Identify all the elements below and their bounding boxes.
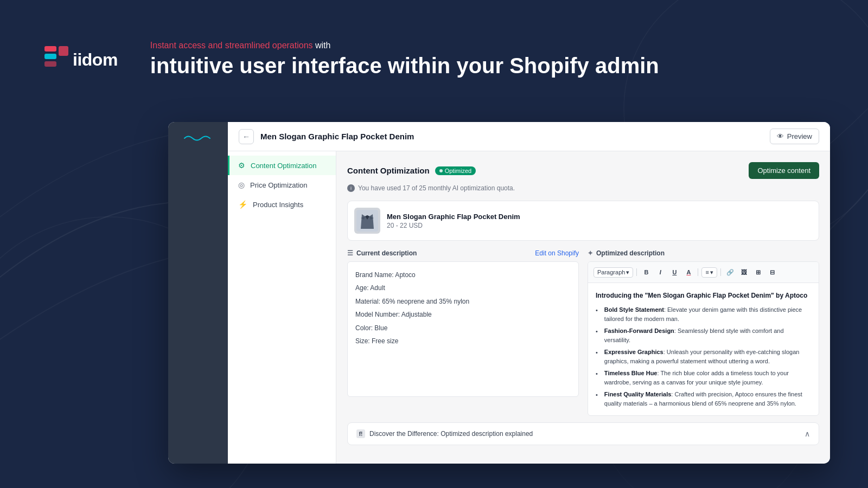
optimized-product-intro: Introducing the "Men Slogan Graphic Flap… xyxy=(596,291,811,301)
bullet-content-2: Fashion-Forward Design: Seamlessly blend… xyxy=(604,326,811,344)
optimized-description-column: ✦ Optimized description Paragraph ▾ xyxy=(588,249,819,416)
optimize-content-button[interactable]: Optimize content xyxy=(749,162,819,179)
info-icon: i xyxy=(347,184,355,192)
bullet-2: Fashion-Forward Design: Seamlessly blend… xyxy=(596,326,811,344)
table-button[interactable]: ⊞ xyxy=(752,266,764,278)
bullet-content-4: Timeless Blue Hue: The rich blue color a… xyxy=(604,369,811,387)
desc-line-3: Material: 65% neoprene and 35% nylon xyxy=(355,296,571,307)
optimized-icon: ✦ xyxy=(588,249,593,257)
bullet-5: Finest Quality Materials: Crafted with p… xyxy=(596,390,811,408)
headline-line2: intuitive user interface within your Sho… xyxy=(150,53,659,79)
status-badge: Optimized xyxy=(435,166,476,175)
content-icon: ⚙ xyxy=(238,161,245,170)
product-info: Men Slogan Graphic Flap Pocket Denim 20 … xyxy=(387,213,520,229)
accordion[interactable]: f! Discover the Difference: Optimized de… xyxy=(347,422,819,445)
align-chevron: ▾ xyxy=(710,269,713,276)
svg-rect-6 xyxy=(59,46,68,56)
right-panel: Content Optimization Optimized Optimize … xyxy=(336,151,830,464)
current-desc-label: ☰ Current description xyxy=(347,249,417,257)
headline-white: with xyxy=(313,41,331,50)
underline-button[interactable]: U xyxy=(668,266,680,278)
product-title: Men Slogan Graphic Flap Pocket Denim xyxy=(260,132,763,141)
back-button[interactable]: ← xyxy=(239,129,254,144)
desc-line-6: Size: Free size xyxy=(355,336,571,346)
bullet-3: Expressive Graphics: Unleash your person… xyxy=(596,348,811,365)
code-button[interactable]: ⊟ xyxy=(767,266,778,278)
desc-line-1: Brand Name: Aptoco xyxy=(355,269,571,280)
app-window: ← Men Slogan Graphic Flap Pocket Denim 👁… xyxy=(168,122,830,464)
desc-icon: ☰ xyxy=(347,249,353,257)
quota-notice: i You have used 17 of 25 monthly AI opti… xyxy=(347,184,819,192)
eye-icon: 👁 xyxy=(777,132,784,140)
top-bar: ← Men Slogan Graphic Flap Pocket Denim 👁… xyxy=(228,122,830,151)
product-name: Men Slogan Graphic Flap Pocket Denim xyxy=(387,213,520,221)
optimized-desc-label: ✦ Optimized description xyxy=(588,249,665,257)
panel-title: Content Optimization xyxy=(347,166,430,175)
preview-button[interactable]: 👁 Preview xyxy=(770,129,819,144)
edit-on-shopify-link[interactable]: Edit on Shopify xyxy=(535,249,579,257)
bullet-1: Bold Style Statement: Elevate your denim… xyxy=(596,305,811,323)
accordion-label: f! Discover the Difference: Optimized de… xyxy=(356,429,533,438)
current-description-box: Brand Name: Aptoco Age: Adult Material: … xyxy=(347,261,579,397)
color-button[interactable]: A xyxy=(682,266,694,278)
insights-icon: ⚡ xyxy=(238,200,247,209)
status-dot xyxy=(439,169,443,172)
main-content: ← Men Slogan Graphic Flap Pocket Denim 👁… xyxy=(228,122,830,464)
toolbar-separator-3 xyxy=(720,268,721,276)
product-image xyxy=(354,208,380,234)
sidebar xyxy=(168,122,228,464)
headline-accent: Instant access and streamlined operation… xyxy=(150,41,313,50)
link-button[interactable]: 🔗 xyxy=(724,266,736,278)
editor-toolbar: Paragraph ▾ B I U A ≡ xyxy=(588,262,819,283)
bold-button[interactable]: B xyxy=(640,266,652,278)
bullet-4: Timeless Blue Hue: The rich blue color a… xyxy=(596,369,811,387)
optimized-bullets: Bold Style Statement: Elevate your denim… xyxy=(596,305,811,408)
headline: Instant access and streamlined operation… xyxy=(150,41,659,79)
nav-item-price-optimization[interactable]: ◎ Price Optimization xyxy=(228,175,336,195)
toolbar-separator-2 xyxy=(698,268,698,276)
desc-line-4: Model Number: Adjustable xyxy=(355,309,571,320)
current-desc-header: ☰ Current description Edit on Shopify xyxy=(347,249,579,257)
nav-item-product-insights[interactable]: ⚡ Product Insights xyxy=(228,195,336,214)
content-wrapper: ⚙ Content Optimization ◎ Price Optimizat… xyxy=(228,151,830,464)
image-button[interactable]: 🖼 xyxy=(738,266,750,278)
logo-icon xyxy=(43,45,71,75)
logo-text: iidom xyxy=(73,50,118,70)
accordion-f-icon: f! xyxy=(356,429,365,438)
optimized-desc-header: ✦ Optimized description xyxy=(588,249,819,257)
italic-button[interactable]: I xyxy=(654,266,666,278)
toolbar-separator-1 xyxy=(636,268,637,276)
current-description-column: ☰ Current description Edit on Shopify Br… xyxy=(347,249,579,416)
svg-rect-3 xyxy=(44,46,56,52)
product-price: 20 - 22 USD xyxy=(387,222,520,229)
price-icon: ◎ xyxy=(238,181,245,189)
paragraph-dropdown[interactable]: Paragraph ▾ xyxy=(593,267,633,278)
desc-line-5: Color: Blue xyxy=(355,323,571,333)
optimized-description-box: Paragraph ▾ B I U A ≡ xyxy=(588,261,819,416)
product-card: Men Slogan Graphic Flap Pocket Denim 20 … xyxy=(347,201,819,241)
sidebar-wave xyxy=(182,133,214,146)
panel-title-group: Content Optimization Optimized xyxy=(347,166,476,175)
optimized-desc-content: Introducing the "Men Slogan Graphic Flap… xyxy=(588,283,819,415)
header: iidom Instant access and streamlined ope… xyxy=(0,0,868,119)
left-nav: ⚙ Content Optimization ◎ Price Optimizat… xyxy=(228,151,336,464)
align-dropdown[interactable]: ≡ ▾ xyxy=(701,267,717,278)
nav-item-content-optimization[interactable]: ⚙ Content Optimization xyxy=(228,156,336,175)
bullet-content-5: Finest Quality Materials: Crafted with p… xyxy=(604,390,811,408)
dropdown-chevron: ▾ xyxy=(626,269,629,276)
logo: iidom xyxy=(43,45,118,75)
description-columns: ☰ Current description Edit on Shopify Br… xyxy=(347,249,819,416)
accordion-chevron-up: ∧ xyxy=(805,429,810,438)
panel-header: Content Optimization Optimized Optimize … xyxy=(347,162,819,179)
bullet-content-1: Bold Style Statement: Elevate your denim… xyxy=(604,305,811,323)
desc-line-2: Age: Adult xyxy=(355,282,571,293)
svg-rect-5 xyxy=(44,61,56,67)
headline-line1: Instant access and streamlined operation… xyxy=(150,41,659,50)
bullet-content-3: Expressive Graphics: Unleash your person… xyxy=(604,348,811,365)
svg-rect-4 xyxy=(44,54,56,59)
